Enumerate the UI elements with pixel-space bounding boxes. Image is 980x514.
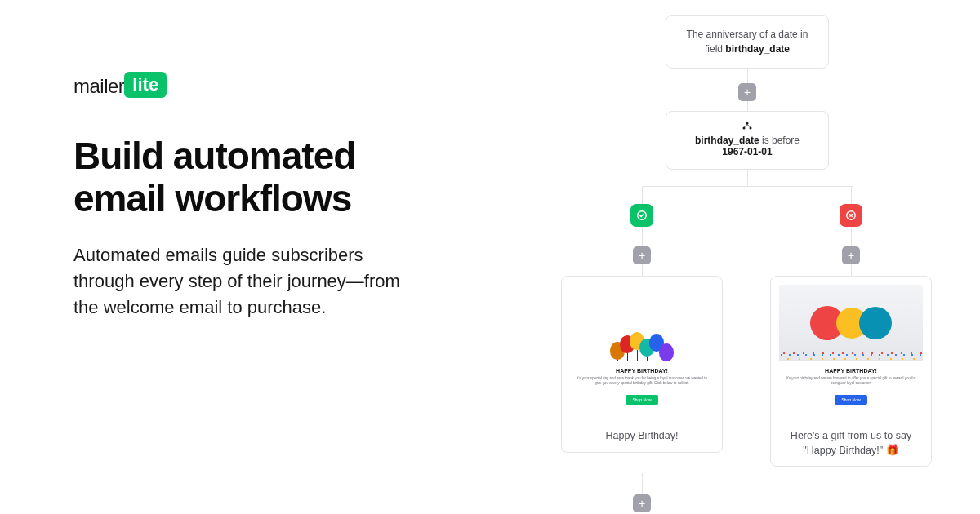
workflow-diagram: The anniversary of a date in field birth… xyxy=(441,0,980,514)
add-step-button[interactable]: + xyxy=(738,83,756,101)
logo-lite-badge: lite xyxy=(124,72,167,98)
marketing-copy: mailerlite Build automated email workflo… xyxy=(0,0,441,514)
email-node-title: Happy Birthday! xyxy=(570,429,714,444)
email-preview-thumbnail: HAPPY BIRTHDAY! It's your birthday and w… xyxy=(779,285,923,411)
x-circle-icon xyxy=(845,210,857,221)
branch-true-badge[interactable] xyxy=(630,204,653,227)
condition-field: birthday_date xyxy=(695,135,760,146)
workflow-trigger-node[interactable]: The anniversary of a date in field birth… xyxy=(666,15,829,69)
preview-text: It's your birthday and we are honored to… xyxy=(784,376,918,386)
connector-line xyxy=(642,186,853,187)
preview-text: It's your special day and as a thank you… xyxy=(575,376,709,386)
condition-mid: is before xyxy=(760,135,800,146)
add-step-button[interactable]: + xyxy=(633,246,651,264)
email-node-title: Here's a gift from us to say "Happy Birt… xyxy=(779,429,923,458)
add-step-button[interactable]: + xyxy=(633,494,651,512)
preview-cta: Shop Now xyxy=(835,395,866,405)
svg-point-0 xyxy=(746,122,749,125)
logo-mailer: mailer xyxy=(74,75,124,98)
branch-false-badge[interactable] xyxy=(840,204,862,227)
branch-icon xyxy=(681,122,813,131)
trigger-field: birthday_date xyxy=(725,43,790,55)
workflow-email-node[interactable]: HAPPY BIRTHDAY! It's your birthday and w… xyxy=(770,276,932,467)
workflow-email-node[interactable]: HAPPY BIRTHDAY! It's your special day an… xyxy=(561,276,723,453)
preview-heading: HAPPY BIRTHDAY! xyxy=(575,368,709,374)
condition-value: 1967-01-01 xyxy=(722,146,772,157)
email-preview-thumbnail: HAPPY BIRTHDAY! It's your special day an… xyxy=(570,285,714,411)
logo: mailerlite xyxy=(74,73,425,100)
preview-cta: Shop Now xyxy=(626,395,657,405)
workflow-condition-node[interactable]: birthday_date is before 1967-01-01 xyxy=(666,111,829,170)
preview-heading: HAPPY BIRTHDAY! xyxy=(784,368,918,374)
page-title: Build automated email workflows xyxy=(74,135,425,219)
check-circle-icon xyxy=(636,210,648,221)
connector-line xyxy=(747,168,748,186)
page-subtitle: Automated emails guide subscribers throu… xyxy=(74,242,425,321)
add-step-button[interactable]: + xyxy=(842,246,860,264)
